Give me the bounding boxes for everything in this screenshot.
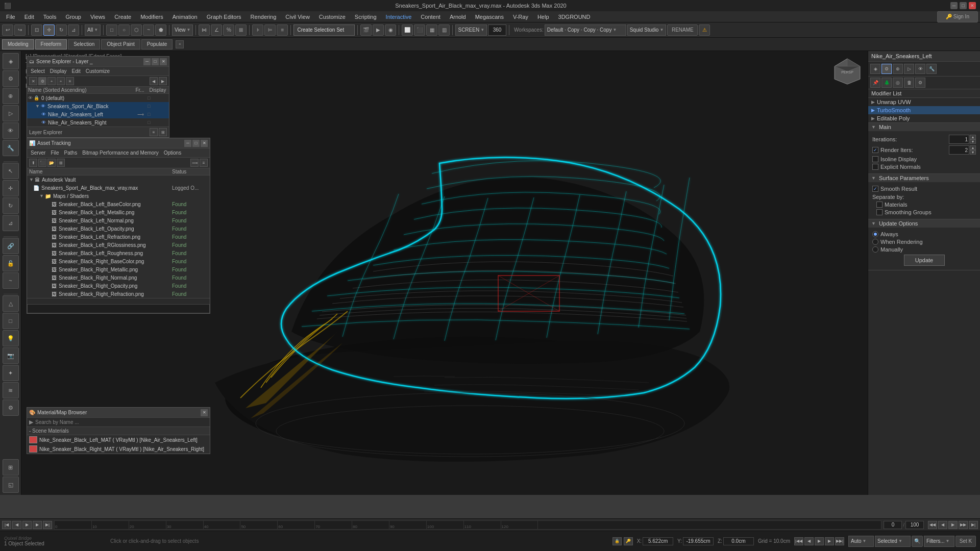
se-maximize-btn[interactable]: □ [152, 58, 159, 65]
at-menu-options[interactable]: Options [162, 149, 183, 156]
layer-btn-1[interactable]: ≡ [150, 128, 158, 136]
play-back-btn[interactable]: ◀ [938, 521, 947, 529]
go-start-btn[interactable]: |◀ [2, 521, 11, 529]
rs-display-btn[interactable]: 👁 [915, 64, 925, 74]
select-rotate-btn[interactable]: ↻ [56, 24, 67, 36]
se-tb-1[interactable]: ✕ [29, 77, 37, 85]
at-row-maps[interactable]: ▼ 📁 Maps / Shaders [27, 192, 210, 200]
play-btn[interactable]: ▶ [22, 521, 32, 529]
at-row-f9[interactable]: 🖼 Sneaker_Black_Right_Metallic.png Found [27, 265, 210, 273]
redo-btn[interactable]: ↪ [14, 24, 26, 36]
rs-config-sets-btn[interactable]: ⚙ [915, 78, 925, 88]
coord-x-input[interactable] [643, 537, 673, 545]
se-menu-edit[interactable]: Edit [70, 68, 82, 74]
scene-explorer-header[interactable]: 🗂 Scene Explorer - Layer _ ─ □ ✕ [27, 57, 169, 67]
sign-in-btn[interactable]: 🔑 Sign In [937, 11, 978, 22]
mod-turbosmooth[interactable]: ▶ TurboSmooth [868, 106, 980, 114]
next-key-btn[interactable]: ▶▶ [959, 521, 968, 529]
ts-update-btn[interactable]: Update [904, 255, 945, 266]
layout-3-btn[interactable]: ▦ [426, 24, 437, 36]
ts-main-header[interactable]: ▼ Main [868, 123, 980, 131]
workspaces-dropdown[interactable]: Default · Copy · Copy · Copy ▼ [545, 24, 626, 36]
squid-dropdown[interactable]: Squid Studio ▼ [627, 24, 667, 36]
next-frame-btn[interactable]: ▶ [33, 521, 42, 529]
at-row-f12[interactable]: 🖼 Sneaker_Black_Right_Refraction.png Fou… [27, 290, 210, 298]
bind-to-space-warp[interactable]: ~ [3, 272, 19, 289]
lights-btn[interactable]: 💡 [3, 330, 19, 346]
coord-y-input[interactable] [683, 537, 714, 545]
mat-close-btn[interactable]: ✕ [201, 409, 208, 416]
filter-dropdown[interactable]: All ▼ [85, 24, 101, 36]
se-scroll-left[interactable]: ◀ [150, 77, 158, 85]
select-tool[interactable]: ↖ [3, 163, 19, 179]
move-tool[interactable]: ✛ [3, 180, 19, 196]
at-tb-2[interactable]: ⬛ [38, 159, 46, 167]
end-frame-btn[interactable]: ▶| [969, 521, 978, 529]
at-menu-paths[interactable]: Paths [63, 149, 79, 156]
play-fwd-btn[interactable]: ▶ [948, 521, 958, 529]
se-row-0[interactable]: 👁 🔒 0 (default) □ [27, 94, 169, 102]
lock-btn[interactable]: 🔒 [612, 537, 622, 545]
scale-tool[interactable]: ⊿ [3, 215, 19, 231]
fov-input[interactable] [488, 24, 506, 36]
se-close-btn[interactable]: ✕ [160, 58, 167, 65]
mat-header[interactable]: 🎨 Material/Map Browser ✕ [27, 408, 210, 418]
mod-unwrap[interactable]: ▶ Unwrap UVW [868, 98, 980, 106]
rename-btn[interactable]: RENAME [667, 24, 698, 36]
at-row-f3[interactable]: 🖼 Sneaker_Black_Left_Normal.png Found [27, 216, 210, 224]
se-menu-display[interactable]: Display [48, 68, 68, 74]
at-maximize-btn[interactable]: □ [192, 140, 200, 147]
at-row-f2[interactable]: 🖼 Sneaker_Black_Left_Metallic.png Found [27, 208, 210, 216]
rotate-tool[interactable]: ↻ [3, 197, 19, 214]
cameras-btn[interactable]: 📷 [3, 347, 19, 364]
menu-scripting[interactable]: Scripting [351, 13, 381, 21]
auto-dropdown[interactable]: Auto ▼ [848, 536, 874, 547]
tab-object-paint[interactable]: Object Paint [101, 39, 140, 49]
rs-show-result-btn[interactable]: ◎ [893, 78, 903, 88]
at-row-f1[interactable]: 🖼 Sneaker_Black_Left_BaseColor.png Found [27, 200, 210, 208]
minimize-btn[interactable]: ─ [950, 2, 958, 9]
ts-manually-radio[interactable] [872, 246, 878, 253]
ts-smooth-check[interactable] [872, 186, 878, 192]
at-row-f7[interactable]: 🖼 Sneaker_Black_Left_Roughness.png Found [27, 249, 210, 257]
cmd-panel-motion[interactable]: ▷ [3, 105, 19, 121]
next-key2-btn[interactable]: ▶ [825, 537, 834, 545]
circle-select-btn[interactable]: ○ [118, 24, 130, 36]
warning-btn[interactable]: ⚠ [699, 24, 710, 36]
shapes-btn[interactable]: □ [3, 313, 19, 329]
ts-isoline-check[interactable] [872, 156, 878, 162]
at-header[interactable]: 📊 Asset Tracking ─ □ ✕ [27, 138, 210, 148]
at-scrollbar[interactable] [27, 298, 210, 304]
angle-snap-btn[interactable]: ∠ [211, 24, 222, 36]
menu-create[interactable]: Create [110, 13, 135, 21]
selection-set-input[interactable] [293, 24, 355, 36]
menu-tools[interactable]: Tools [39, 13, 61, 21]
menu-customize[interactable]: Customize [315, 13, 350, 21]
se-row-3[interactable]: 👁 Nike_Air_Sneakers_Right □ [27, 118, 169, 127]
menu-help[interactable]: Help [533, 13, 553, 21]
spinner-snap-btn[interactable]: ⊞ [235, 24, 247, 36]
se-scroll-right[interactable]: ▶ [159, 77, 167, 85]
ts-materials-check[interactable] [876, 202, 883, 208]
rs-hierarchy-btn[interactable]: ⊕ [893, 64, 903, 74]
menu-interactive[interactable]: Interactive [382, 13, 416, 21]
magnify-btn[interactable]: 🔍 [912, 536, 923, 547]
ts-always-radio[interactable] [872, 231, 878, 237]
ts-update-header[interactable]: ▼ Update Options [868, 219, 980, 228]
geo-splines[interactable]: △ [3, 295, 19, 312]
render-setup-btn[interactable]: 🎬 [360, 24, 372, 36]
at-row-f6[interactable]: 🖼 Sneaker_Black_Left_RGlossiness.png Fou… [27, 241, 210, 249]
coord-z-input[interactable] [723, 537, 754, 545]
active-shade-btn[interactable]: ◉ [385, 24, 396, 36]
menu-megascans[interactable]: Megascans [471, 13, 508, 21]
at-row-f5[interactable]: 🖼 Sneaker_Black_Left_Refraction.png Foun… [27, 233, 210, 241]
menu-edit[interactable]: Edit [20, 13, 38, 21]
at-tb-3[interactable]: 📂 [47, 159, 56, 167]
at-row-f11[interactable]: 🖼 Sneaker_Black_Right_Opacity.png Found [27, 282, 210, 290]
rs-motion-btn[interactable]: ▷ [904, 64, 914, 74]
cmd-panel-create[interactable]: ◈ [3, 53, 19, 69]
undo-btn[interactable]: ↩ [2, 24, 13, 36]
mirror-btn[interactable]: ⊧ [252, 24, 263, 36]
menu-file[interactable]: File [2, 13, 19, 21]
spacewarps-btn[interactable]: ≋ [3, 382, 19, 398]
